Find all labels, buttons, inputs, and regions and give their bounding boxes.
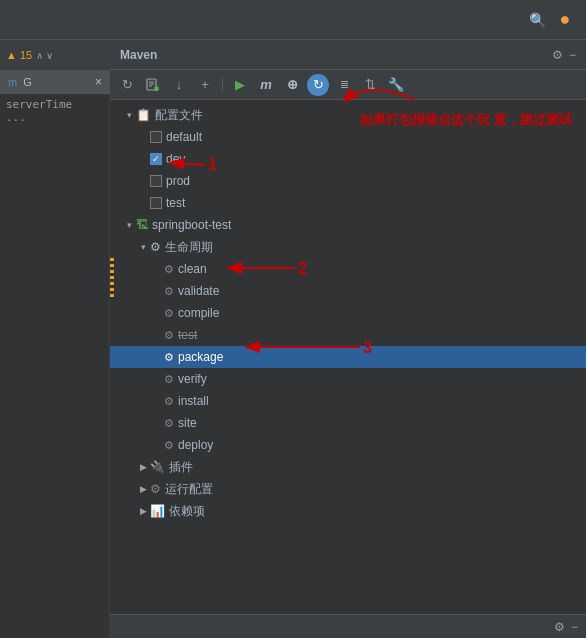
yellow-marker [110,294,114,297]
sort-button[interactable]: ⇅ [359,74,381,96]
clean-label: clean [178,262,207,276]
plugins-icon: 🔌 [150,460,165,474]
config-files-label: 配置文件 [155,107,203,124]
yellow-marker [110,282,114,285]
compile-label: compile [178,306,219,320]
maven-bottom-bar: ⚙ − [110,614,586,638]
validate-label: validate [178,284,219,298]
editor-content: serverTime... [0,94,110,128]
expand-arrows[interactable]: ∧ ∨ [36,50,53,61]
yellow-marker [110,264,114,267]
package-label: package [178,350,223,364]
test-lifecycle-label: test [178,328,197,342]
maven-minimize-icon[interactable]: − [569,48,576,62]
editor-tabs-area: m G × serverTime... [0,70,110,128]
springboot-icon: 🏗 [136,218,148,232]
yellow-marker [110,276,114,279]
lifecycle-validate-item[interactable]: ⚙ validate [110,280,586,302]
lifecycle-install-item[interactable]: ⚙ install [110,390,586,412]
maven-header-actions: ⚙ − [552,48,576,62]
maven-settings-icon[interactable]: ⚙ [552,48,563,62]
lifecycle-node[interactable]: ▾ ⚙ 生命周期 [110,236,586,258]
download-sources-button[interactable]: ↓ [168,74,190,96]
expand-arrow[interactable]: ▾ [136,242,150,252]
top-bar: 🔍 ● [0,0,586,40]
lifecycle-test-item[interactable]: ⚙ test [110,324,586,346]
default-checkbox[interactable] [150,131,162,143]
dev-label: dev [166,152,185,166]
m-button[interactable]: m [255,74,277,96]
lifecycle-package-item[interactable]: ⚙ package [110,346,586,368]
editor-tab[interactable]: m G × [0,70,110,94]
editor-tab-label: G [23,76,32,88]
config-test-item[interactable]: test [110,192,586,214]
test-label: test [166,196,185,210]
yellow-marker [110,270,114,273]
dependencies-node[interactable]: ▶ 📊 依赖项 [110,500,586,522]
skip-tests-button[interactable]: ⊕ [281,74,303,96]
plugins-node[interactable]: ▶ 🔌 插件 [110,456,586,478]
lifecycle-verify-item[interactable]: ⚙ verify [110,368,586,390]
deploy-label: deploy [178,438,213,452]
settings-button[interactable]: 🔧 [385,74,407,96]
config-prod-item[interactable]: prod [110,170,586,192]
maven-tree: ▾ 📋 配置文件 default ✓ dev prod [110,100,586,614]
maven-panel: Maven ⚙ − ↻ ↓ ↓ + ▶ m ⊕ ↻ ≣ ⇅ 🔧 [110,40,586,638]
test-checkbox[interactable] [150,197,162,209]
left-sidebar: ▲ ▲ 1515 ∧ ∨ m G × serverTime... [0,40,110,638]
config-default-item[interactable]: default [110,126,586,148]
bottom-settings-icon[interactable]: ⚙ [554,620,565,634]
lifecycle-icon: ⚙ [150,240,161,254]
lifecycle-site-item[interactable]: ⚙ site [110,412,586,434]
dependencies-label: 依赖项 [169,503,205,520]
generate-icon: ↓ [146,78,160,92]
generate-sources-button[interactable]: ↓ [142,74,164,96]
expand-arrow[interactable]: ▶ [136,484,150,494]
expand-arrow[interactable]: ▶ [136,506,150,516]
springboot-test-node[interactable]: ▾ 🏗 springboot-test [110,214,586,236]
run-config-node[interactable]: ▶ ⚙ 运行配置 [110,478,586,500]
test-lifecycle-icon: ⚙ [164,329,174,342]
run-button[interactable]: ▶ [229,74,251,96]
config-files-icon: 📋 [136,108,151,122]
yellow-marker [110,258,114,261]
run-config-icon: ⚙ [150,482,161,496]
install-icon: ⚙ [164,395,174,408]
lifecycle-label: 生命周期 [165,239,213,256]
config-dev-item[interactable]: ✓ dev [110,148,586,170]
default-label: default [166,130,202,144]
site-icon: ⚙ [164,417,174,430]
svg-text:↓: ↓ [156,86,158,91]
lifecycle-clean-item[interactable]: ⚙ clean [110,258,586,280]
add-button[interactable]: + [194,74,216,96]
editor-text: serverTime... [6,98,104,124]
lifecycle-compile-item[interactable]: ⚙ compile [110,302,586,324]
prod-label: prod [166,174,190,188]
close-tab-icon[interactable]: × [95,75,102,89]
deploy-icon: ⚙ [164,439,174,452]
prod-checkbox[interactable] [150,175,162,187]
bottom-minimize-icon[interactable]: − [571,620,578,634]
yellow-markers-area [110,258,114,297]
notifications-icon[interactable]: ● [554,9,576,31]
site-label: site [178,416,197,430]
package-icon: ⚙ [164,351,174,364]
tree-icon: ≣ [340,78,349,91]
tree-view-button[interactable]: ≣ [333,74,355,96]
install-label: install [178,394,209,408]
lifecycle-deploy-item[interactable]: ⚙ deploy [110,434,586,456]
clean-icon: ⚙ [164,263,174,276]
run-config-button[interactable]: ↻ [307,74,329,96]
validate-icon: ⚙ [164,285,174,298]
refresh-button[interactable]: ↻ [116,74,138,96]
dependencies-icon: 📊 [150,504,165,518]
expand-arrow[interactable]: ▾ [122,220,136,230]
expand-arrow[interactable]: ▾ [122,110,136,120]
search-icon[interactable]: 🔍 [526,9,548,31]
expand-arrow[interactable]: ▶ [136,462,150,472]
dev-checkbox[interactable]: ✓ [150,153,162,165]
warning-badge[interactable]: ▲ ▲ 1515 [6,49,32,61]
left-content-area: m G × serverTime... [0,70,109,638]
compile-icon: ⚙ [164,307,174,320]
config-files-node[interactable]: ▾ 📋 配置文件 [110,104,586,126]
